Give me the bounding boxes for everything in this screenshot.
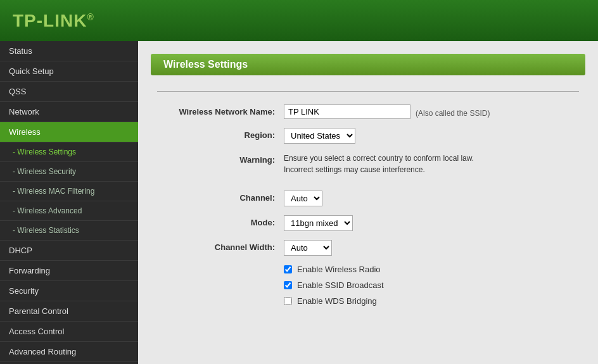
content-area: Wireless Settings Wireless Network Name:… (138, 41, 598, 364)
network-name-label: Wireless Network Name: (157, 104, 284, 116)
content-inner: Wireless Network Name: TP LINK (Also cal… (138, 82, 598, 318)
sidebar-item-security[interactable]: Security (0, 281, 138, 301)
ssid-input-row: TP LINK (Also called the SSID) (284, 104, 579, 119)
warning-label: Warning: (157, 153, 284, 165)
warning-text: Ensure you select a correct country to c… (284, 153, 579, 175)
sidebar-item-advanced-routing[interactable]: Advanced Routing (0, 342, 138, 362)
network-name-input[interactable]: TP LINK (284, 104, 410, 119)
sidebar-item-qss[interactable]: QSS (0, 82, 138, 102)
enable-wireless-radio-label: Enable Wireless Radio (297, 265, 381, 274)
enable-ssid-broadcast-row: Enable SSID Broadcast (284, 280, 579, 290)
mode-control: 11bgn mixed 11bg mixed 11b only 11g only… (284, 215, 579, 231)
warning-line1: Ensure you select a correct country to c… (284, 153, 579, 164)
region-row: Region: United States Europe Japan China… (157, 128, 579, 144)
page-title: Wireless Settings (163, 59, 573, 70)
region-label: Region: (157, 128, 284, 140)
channel-width-label: Channel Width: (157, 240, 284, 252)
network-name-row: Wireless Network Name: TP LINK (Also cal… (157, 104, 579, 119)
logo-symbol: ® (87, 11, 94, 22)
enable-wds-bridging-checkbox[interactable] (284, 297, 292, 305)
region-control: United States Europe Japan China Other (284, 128, 579, 144)
channel-width-control: Auto 20MHz 40MHz (284, 240, 579, 256)
enable-wds-bridging-label: Enable WDS Bridging (297, 296, 377, 306)
sidebar-item-wireless-settings[interactable]: - Wireless Settings (0, 142, 138, 162)
sidebar-item-network[interactable]: Network (0, 102, 138, 122)
enable-wireless-radio-checkbox[interactable] (284, 265, 292, 273)
checkboxes-section: Enable Wireless Radio Enable SSID Broadc… (157, 265, 579, 306)
mode-label: Mode: (157, 215, 284, 227)
mode-row: Mode: 11bgn mixed 11bg mixed 11b only 11… (157, 215, 579, 231)
channel-width-row: Channel Width: Auto 20MHz 40MHz (157, 240, 579, 256)
region-select[interactable]: United States Europe Japan China Other (284, 128, 355, 144)
page-title-bar: Wireless Settings (151, 54, 585, 75)
logo: TP-LINK® (13, 11, 94, 31)
sidebar-item-access-control[interactable]: Access Control (0, 322, 138, 342)
sidebar-item-wireless-security[interactable]: - Wireless Security (0, 162, 138, 182)
enable-wireless-radio-row: Enable Wireless Radio (284, 265, 579, 274)
channel-control: Auto 1 2 3 4 5 6 7 8 9 10 11 (284, 191, 579, 206)
channel-row: Channel: Auto 1 2 3 4 5 6 7 8 9 10 1 (157, 191, 579, 206)
sidebar-item-wireless-mac-filtering[interactable]: - Wireless MAC Filtering (0, 182, 138, 201)
divider (157, 91, 579, 92)
logo-text: TP-LINK (13, 11, 87, 30)
warning-control: Ensure you select a correct country to c… (284, 153, 579, 175)
warning-row: Warning: Ensure you select a correct cou… (157, 153, 579, 175)
sidebar-item-wireless[interactable]: Wireless (0, 122, 138, 142)
warning-line2: Incorrect settings may cause interferenc… (284, 164, 579, 175)
sidebar-item-forwarding[interactable]: Forwarding (0, 261, 138, 281)
enable-wds-bridging-row: Enable WDS Bridging (284, 296, 579, 306)
network-name-control: TP LINK (Also called the SSID) (284, 104, 579, 119)
channel-label: Channel: (157, 191, 284, 203)
channel-width-select[interactable]: Auto 20MHz 40MHz (284, 240, 332, 256)
main-layout: Status Quick Setup QSS Network Wireless … (0, 41, 598, 364)
enable-ssid-broadcast-checkbox[interactable] (284, 281, 292, 289)
enable-ssid-broadcast-label: Enable SSID Broadcast (297, 280, 384, 290)
channel-select[interactable]: Auto 1 2 3 4 5 6 7 8 9 10 11 (284, 191, 322, 206)
sidebar: Status Quick Setup QSS Network Wireless … (0, 41, 138, 364)
sidebar-item-wireless-statistics[interactable]: - Wireless Statistics (0, 221, 138, 241)
sidebar-item-dhcp[interactable]: DHCP (0, 241, 138, 261)
sidebar-item-parental-control[interactable]: Parental Control (0, 301, 138, 322)
header: TP-LINK® (0, 0, 598, 41)
mode-select[interactable]: 11bgn mixed 11bg mixed 11b only 11g only… (284, 215, 353, 231)
sidebar-item-wireless-advanced[interactable]: - Wireless Advanced (0, 201, 138, 221)
ssid-note: (Also called the SSID) (416, 106, 490, 118)
sidebar-item-status[interactable]: Status (0, 41, 138, 61)
sidebar-item-quick-setup[interactable]: Quick Setup (0, 61, 138, 82)
